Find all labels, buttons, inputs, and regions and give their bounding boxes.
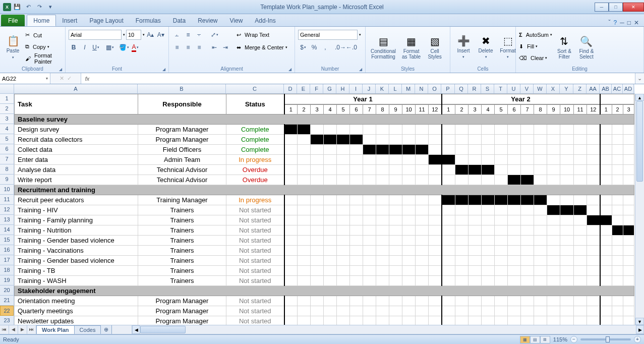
sheet-tab-codes[interactable]: Codes: [74, 325, 101, 334]
wrap-text-button[interactable]: ↩ Wrap Text: [237, 29, 287, 40]
tab-view[interactable]: View: [224, 15, 249, 26]
col-header-B[interactable]: B: [138, 84, 226, 93]
col-header-S[interactable]: S: [481, 84, 494, 93]
border-button[interactable]: ▦▾: [105, 42, 115, 52]
col-header-U[interactable]: U: [507, 84, 520, 93]
table-row[interactable]: Training - NutritionTrainersNot started: [15, 225, 634, 236]
fill-color-button[interactable]: 🪣▾: [119, 42, 129, 52]
table-row[interactable]: Analyse dataTechnical AdvisorOverdue: [15, 165, 634, 175]
currency-button[interactable]: $▾: [298, 42, 308, 52]
qat-save-icon[interactable]: 💾: [12, 2, 22, 12]
table-row[interactable]: Enter dataAdmin TeamIn progress: [15, 155, 634, 165]
row-header-13[interactable]: 13: [0, 215, 14, 225]
col-header-C[interactable]: C: [226, 84, 284, 93]
underline-button[interactable]: U▾: [91, 42, 101, 52]
col-header-I[interactable]: I: [349, 84, 363, 93]
dec-indent-button[interactable]: ⇤: [209, 42, 219, 52]
scroll-left-button[interactable]: ◀: [132, 325, 140, 334]
vscroll-thumb[interactable]: [636, 101, 643, 182]
row-header-9[interactable]: 9: [0, 175, 14, 185]
row-header-8[interactable]: 8: [0, 164, 14, 175]
fx-button[interactable]: fx: [81, 76, 93, 82]
align-top-button[interactable]: ⫠: [172, 30, 182, 40]
number-launcher-icon[interactable]: ◢: [359, 67, 362, 72]
col-header-Y[interactable]: Y: [560, 84, 573, 93]
row-header-23[interactable]: 23: [0, 316, 14, 325]
table-row[interactable]: Orientation meetingProgram ManagerNot st…: [15, 296, 634, 306]
qat-redo-icon[interactable]: ↷: [34, 2, 44, 12]
row-header-7[interactable]: 7: [0, 154, 14, 164]
tab-data[interactable]: Data: [167, 15, 192, 26]
inc-indent-button[interactable]: ⇥: [220, 42, 230, 52]
maximize-button[interactable]: □: [609, 3, 623, 12]
grow-font-button[interactable]: A▴: [146, 30, 155, 40]
select-all-corner[interactable]: [0, 84, 14, 94]
new-sheet-button[interactable]: ⊕: [100, 325, 112, 334]
col-header-Q[interactable]: Q: [455, 84, 468, 93]
table-row[interactable]: Collect dataField OfficersComplete: [15, 145, 634, 155]
col-header-P[interactable]: P: [441, 84, 455, 93]
font-color-button[interactable]: A▾: [130, 42, 140, 52]
paste-button[interactable]: 📋 Paste ▾: [3, 28, 23, 65]
wb-restore-icon[interactable]: □: [627, 19, 631, 26]
row-header-2[interactable]: 2: [0, 104, 14, 114]
format-as-table-button[interactable]: ▦Format as Table: [400, 28, 423, 65]
wb-min-icon[interactable]: ─: [620, 19, 624, 26]
number-format-select[interactable]: [298, 30, 358, 40]
zoom-in-button[interactable]: +: [634, 336, 641, 343]
insert-cells-button[interactable]: ➕Insert▾: [453, 28, 474, 65]
row-header-12[interactable]: 12: [0, 205, 14, 215]
row-header-21[interactable]: 21: [0, 296, 14, 306]
col-header-G[interactable]: G: [323, 84, 336, 93]
col-header-V[interactable]: V: [520, 84, 534, 93]
close-button[interactable]: ✕: [623, 3, 644, 12]
table-row[interactable]: Training - Gender based violenceTrainers…: [15, 256, 634, 266]
col-header-K[interactable]: K: [376, 84, 389, 93]
merge-center-button[interactable]: ⬌ Merge & Center ▾: [237, 42, 287, 53]
tab-review[interactable]: Review: [192, 15, 223, 26]
fill-button[interactable]: ⬇ Fill ▾: [519, 41, 552, 52]
sheet-nav-next[interactable]: ▶: [18, 325, 27, 334]
table-row[interactable]: Baseline survey: [15, 114, 634, 125]
qat-undo-icon[interactable]: ↶: [23, 2, 33, 12]
wb-close-icon[interactable]: ✕: [634, 19, 639, 26]
col-header-H[interactable]: H: [336, 84, 349, 93]
align-bottom-button[interactable]: ⫟: [194, 30, 204, 40]
tab-page-layout[interactable]: Page Layout: [83, 15, 129, 26]
format-painter-button[interactable]: 🖌 Format Painter: [25, 53, 62, 64]
shrink-font-button[interactable]: A▾: [156, 30, 166, 40]
col-header-R[interactable]: R: [468, 84, 481, 93]
autosum-button[interactable]: Σ AutoSum ▾: [519, 29, 552, 40]
formula-input[interactable]: [93, 76, 635, 82]
clipboard-launcher-icon[interactable]: ◢: [59, 67, 62, 72]
spreadsheet-grid[interactable]: ABCDEFGHIJKLMNOPQRSTUVWXYZAAABACAD 12345…: [0, 84, 644, 325]
zoom-level[interactable]: 115%: [553, 336, 567, 342]
alignment-launcher-icon[interactable]: ◢: [288, 67, 291, 72]
row-header-4[interactable]: 4: [0, 124, 14, 134]
table-row[interactable]: Training - TBTrainersNot started: [15, 266, 634, 276]
col-header-O[interactable]: O: [428, 84, 441, 93]
clear-button[interactable]: ⌫ Clear ▾: [519, 52, 552, 64]
tab-formulas[interactable]: Formulas: [130, 15, 167, 26]
col-header-W[interactable]: W: [534, 84, 547, 93]
col-header-T[interactable]: T: [494, 84, 507, 93]
col-header-D[interactable]: D: [284, 84, 297, 93]
font-name-select[interactable]: [69, 30, 122, 40]
orientation-button[interactable]: ⤢▾: [209, 30, 219, 40]
row-header-6[interactable]: 6: [0, 144, 14, 154]
scroll-up-button[interactable]: ▲: [635, 94, 644, 101]
hscroll-thumb[interactable]: [140, 326, 186, 333]
table-row[interactable]: Recruitment and training: [15, 185, 634, 195]
table-row[interactable]: Training - Family planningTrainersNot st…: [15, 215, 634, 225]
vertical-scrollbar[interactable]: ▲ ▼: [635, 94, 644, 325]
bold-button[interactable]: B: [69, 42, 79, 52]
find-select-button[interactable]: 🔍Find & Select: [576, 28, 597, 65]
name-box[interactable]: AG22▾: [0, 73, 50, 84]
table-row[interactable]: Quarterly meetingsProgram ManagerNot sta…: [15, 306, 634, 316]
row-header-11[interactable]: 11: [0, 195, 14, 205]
zoom-slider[interactable]: [580, 338, 631, 340]
align-right-button[interactable]: ≡: [194, 42, 204, 52]
row-header-17[interactable]: 17: [0, 255, 14, 265]
col-header-X[interactable]: X: [547, 84, 560, 93]
help-icon[interactable]: ?: [614, 19, 617, 26]
